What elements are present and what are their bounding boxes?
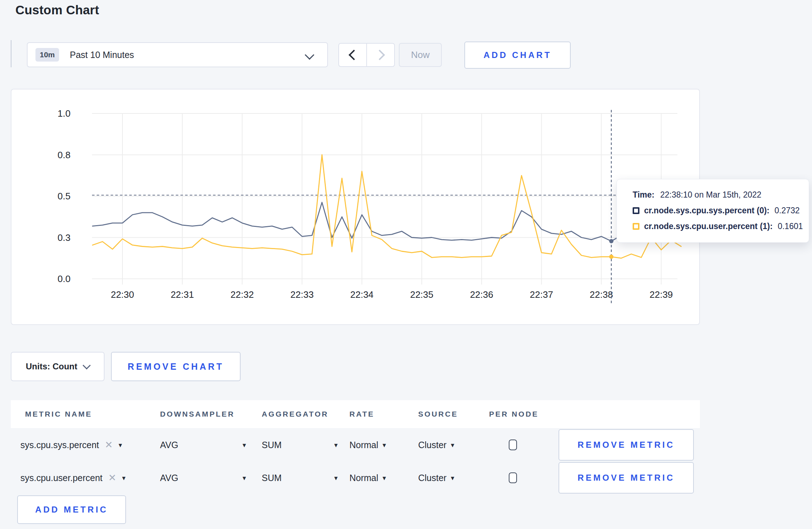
y-tick-label: 0.8 (58, 150, 71, 160)
tooltip-series-row: cr.node.sys.cpu.sys.percent (0): 0.2732 (633, 206, 809, 215)
per-node-checkbox[interactable] (509, 472, 517, 483)
tooltip-time-value: 22:38:10 on Mar 15th, 2022 (660, 190, 762, 200)
x-tick-label: 22:38 (590, 289, 613, 300)
downsampler-select[interactable]: AVG ▾ (160, 429, 246, 461)
user-series-swatch-icon (633, 223, 639, 230)
col-header-downsampler: DOWNSAMPLER (160, 410, 235, 418)
x-tick-label: 22:39 (649, 289, 673, 300)
close-icon[interactable]: ✕ (105, 440, 113, 450)
caret-down-icon: ▾ (334, 442, 338, 448)
units-dropdown[interactable]: Units: Count (11, 352, 105, 381)
series-line (92, 155, 681, 258)
chevron-left-icon (348, 50, 359, 60)
col-header-metric-name: METRIC NAME (25, 410, 92, 418)
rate-select[interactable]: Normal ▾ (349, 429, 386, 461)
x-tick-label: 22:35 (410, 289, 433, 300)
table-row: sys.cpu.sys.percent ✕ ▾ AVG ▾ SUM ▾ Norm… (11, 429, 700, 461)
rate-select[interactable]: Normal ▾ (349, 462, 386, 494)
chevron-down-icon (83, 361, 91, 370)
chart-card[interactable]: 0.00.30.50.81.022:3022:3122:3222:3322:34… (11, 89, 700, 325)
col-header-rate: RATE (349, 410, 374, 418)
page-title: Custom Chart (15, 3, 99, 17)
close-icon[interactable]: ✕ (108, 473, 116, 483)
metric-name-value: sys.cpu.user.percent (20, 473, 102, 483)
chevron-right-icon (374, 50, 385, 60)
caret-down-icon: ▾ (334, 475, 338, 481)
tooltip-series-name: cr.node.sys.cpu.user.percent (1): (644, 222, 773, 231)
caret-down-icon: ▾ (242, 475, 246, 481)
tooltip-series-value: 0.2732 (774, 206, 799, 215)
metric-name-select[interactable]: sys.cpu.sys.percent ✕ ▾ (20, 429, 122, 461)
source-value: Cluster (418, 473, 446, 483)
table-row: sys.cpu.user.percent ✕ ▾ AVG ▾ SUM ▾ Nor… (11, 462, 700, 494)
caret-down-icon: ▾ (451, 475, 454, 481)
metric-name-value: sys.cpu.sys.percent (20, 440, 99, 450)
x-tick-label: 22:31 (171, 289, 194, 300)
chart-tooltip: Time: 22:38:10 on Mar 15th, 2022 cr.node… (617, 179, 809, 243)
remove-metric-button[interactable]: REMOVE METRIC (559, 462, 694, 494)
next-time-button[interactable] (366, 44, 394, 66)
caret-down-icon: ▾ (451, 442, 454, 448)
col-header-source: SOURCE (418, 410, 458, 418)
downsampler-select[interactable]: AVG ▾ (160, 462, 246, 494)
rate-value: Normal (349, 473, 378, 483)
y-tick-label: 0.3 (58, 232, 71, 243)
caret-down-icon: ▾ (122, 475, 126, 481)
time-range-label: Past 10 Minutes (70, 50, 134, 60)
x-tick-label: 22:30 (111, 289, 134, 300)
x-tick-label: 22:36 (470, 289, 493, 300)
prev-time-button[interactable] (339, 44, 366, 66)
y-tick-label: 0.0 (58, 273, 71, 284)
metrics-table-header: METRIC NAME DOWNSAMPLER AGGREGATOR RATE … (11, 400, 700, 428)
y-tick-label: 1.0 (58, 108, 71, 119)
aggregator-value: SUM (262, 440, 282, 450)
add-chart-button[interactable]: ADD CHART (464, 42, 571, 69)
units-label: Units: Count (26, 361, 77, 372)
time-step-arrows (338, 43, 395, 67)
x-tick-label: 22:32 (231, 289, 254, 300)
caret-down-icon: ▾ (119, 442, 122, 448)
source-select[interactable]: Cluster ▾ (418, 429, 454, 461)
chevron-down-icon (305, 50, 314, 60)
tooltip-time-label: Time: (633, 190, 654, 200)
sys-series-swatch-icon (633, 207, 639, 214)
x-tick-label: 22:34 (350, 289, 373, 300)
downsampler-value: AVG (160, 440, 178, 450)
col-header-per-node: PER NODE (489, 410, 538, 418)
y-tick-label: 0.5 (58, 191, 71, 202)
source-value: Cluster (418, 440, 446, 450)
downsampler-value: AVG (160, 473, 178, 483)
caret-down-icon: ▾ (383, 442, 386, 448)
aggregator-select[interactable]: SUM ▾ (262, 462, 338, 494)
remove-chart-button[interactable]: REMOVE CHART (111, 352, 241, 381)
timeseries-chart: 0.00.30.50.81.022:3022:3122:3222:3322:34… (11, 89, 699, 324)
caret-down-icon: ▾ (383, 475, 386, 481)
toolbar-divider (11, 40, 11, 67)
crosshair-point-marker (609, 239, 613, 243)
rate-value: Normal (349, 440, 378, 450)
aggregator-select[interactable]: SUM ▾ (262, 429, 338, 461)
remove-metric-button[interactable]: REMOVE METRIC (559, 429, 694, 461)
tooltip-series-name: cr.node.sys.cpu.sys.percent (0): (644, 206, 769, 215)
per-node-cell (509, 462, 517, 494)
add-metric-button[interactable]: ADD METRIC (17, 495, 126, 524)
x-tick-label: 22:33 (290, 289, 314, 300)
per-node-checkbox[interactable] (509, 440, 517, 450)
crosshair-point-marker (609, 254, 613, 259)
aggregator-value: SUM (262, 473, 282, 483)
time-range-dropdown[interactable]: 10m Past 10 Minutes (27, 42, 328, 67)
tooltip-series-row: cr.node.sys.cpu.user.percent (1): 0.1601 (633, 222, 809, 231)
x-tick-label: 22:37 (530, 289, 553, 300)
tooltip-time-row: Time: 22:38:10 on Mar 15th, 2022 (633, 190, 809, 200)
now-button[interactable]: Now (399, 43, 442, 67)
metric-name-select[interactable]: sys.cpu.user.percent ✕ ▾ (20, 462, 125, 494)
series-line (92, 202, 681, 241)
col-header-aggregator: AGGREGATOR (262, 410, 329, 418)
caret-down-icon: ▾ (242, 442, 246, 448)
per-node-cell (509, 429, 517, 461)
tooltip-series-value: 0.1601 (778, 222, 803, 231)
source-select[interactable]: Cluster ▾ (418, 462, 454, 494)
time-range-badge: 10m (35, 48, 59, 62)
